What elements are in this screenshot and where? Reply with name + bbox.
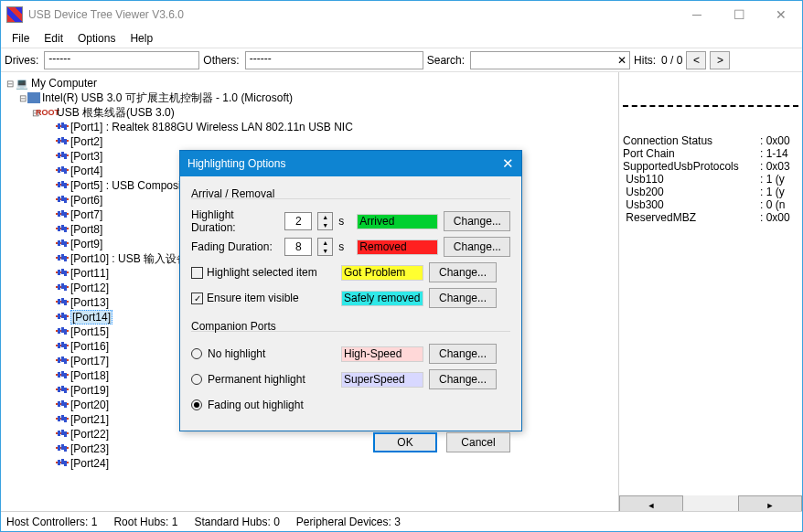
maximize-button[interactable]: ☐ [718, 1, 760, 28]
menu-bar: File Edit Options Help [1, 28, 802, 48]
usb-port-icon [56, 326, 69, 337]
ok-button[interactable]: OK [373, 432, 437, 452]
tree-port[interactable]: [Port18] [70, 369, 109, 382]
clear-search-icon[interactable]: ✕ [617, 54, 626, 67]
tree-port[interactable]: [Port11] [70, 267, 109, 280]
usb-port-icon [56, 253, 69, 264]
computer-icon [15, 77, 29, 90]
dialog-close-icon[interactable]: ✕ [502, 155, 514, 172]
drives-combo[interactable]: ------ [44, 51, 199, 69]
usb-port-icon [56, 385, 69, 396]
usb-port-icon [56, 341, 69, 352]
menu-help[interactable]: Help [123, 30, 160, 47]
fading-duration-input[interactable] [284, 238, 312, 256]
tree-port[interactable]: [Port17] [70, 355, 109, 367]
hits-label: Hits: [634, 54, 658, 67]
tree-port[interactable]: [Port12] [70, 282, 109, 294]
tree-port[interactable]: [Port9] [70, 238, 102, 250]
usb-port-icon [56, 136, 69, 147]
tree-port[interactable]: [Port2] [70, 135, 102, 148]
controller-icon [27, 92, 40, 103]
window-title: USB Device Tree Viewer V3.6.0 [28, 8, 676, 21]
menu-options[interactable]: Options [70, 30, 123, 47]
highlight-selected-checkbox[interactable]: Highlight selected item [191, 266, 328, 279]
swatch-superspeed: SuperSpeed [341, 372, 423, 388]
tree-port[interactable]: [Port22] [70, 428, 109, 441]
highlight-duration-input[interactable] [284, 212, 312, 230]
app-icon [6, 6, 23, 23]
tree-root[interactable]: My Computer [31, 77, 97, 90]
change-highspeed-button[interactable]: Change... [429, 344, 497, 364]
tree-controller[interactable]: Intel(R) USB 3.0 可扩展主机控制器 - 1.0 (Microso… [42, 90, 293, 106]
usb-port-icon [56, 122, 69, 133]
usb-port-icon [56, 356, 69, 367]
radio-permanent-highlight[interactable]: Permanent highlight [191, 373, 328, 386]
usb-port-icon [56, 268, 69, 279]
status-peripheral-devices: Peripheral Devices: 3 [296, 516, 401, 528]
tree-port[interactable]: [Port19] [70, 384, 109, 397]
drives-label: Drives: [5, 54, 40, 67]
fading-duration-spinner[interactable]: ▲▼ [317, 238, 333, 256]
dialog-title: Highlighting Options [187, 157, 285, 170]
search-input[interactable]: ✕ [470, 51, 630, 69]
swatch-high-speed: High-Speed [341, 346, 423, 362]
change-arrived-button[interactable]: Change... [444, 211, 510, 231]
ensure-visible-checkbox[interactable]: ✓Ensure item visible [191, 292, 328, 304]
usb-port-icon [56, 458, 69, 469]
collapse-icon[interactable]: ⊟ [5, 79, 15, 89]
tree-port[interactable]: [Port7] [70, 208, 102, 221]
highlight-duration-spinner[interactable]: ▲▼ [317, 212, 333, 230]
tree-port[interactable]: [Port1] : Realtek 8188GU Wireless LAN 80… [70, 121, 353, 133]
swatch-safely-removed: Safely removed [341, 291, 423, 306]
title-bar: USB Device Tree Viewer V3.6.0 ─ ☐ ✕ [1, 1, 802, 28]
tree-port[interactable]: [Port10] : USB 输入设备 [70, 251, 187, 267]
details-panel: Connection Status: 0x00Port Chain: 1-14S… [619, 72, 802, 511]
tree-port[interactable]: [Port20] [70, 399, 109, 411]
toolbar: Drives: ------ Others: ------ Search: ✕ … [1, 48, 802, 72]
usb-port-icon [56, 165, 69, 176]
status-bar: Host Controllers: 1 Root Hubs: 1 Standar… [1, 511, 802, 531]
menu-file[interactable]: File [5, 30, 37, 47]
tree-port[interactable]: [Port6] [70, 194, 102, 207]
highlighting-options-dialog: Highlighting Options ✕ Arrival / Removal… [179, 150, 522, 431]
collapse-icon[interactable]: ⊟ [17, 93, 27, 103]
fading-duration-label: Fading Duration: [191, 240, 279, 253]
tree-port[interactable]: [Port4] [70, 165, 102, 177]
tree-port[interactable]: [Port16] [70, 340, 109, 353]
swatch-problem: Got Problem [341, 265, 423, 281]
radio-fading-highlight[interactable]: Fading out highlight [191, 399, 328, 411]
change-safe-button[interactable]: Change... [429, 288, 497, 308]
tree-port[interactable]: [Port23] [70, 442, 109, 455]
change-problem-button[interactable]: Change... [429, 262, 497, 282]
cancel-button[interactable]: Cancel [446, 432, 510, 452]
highlight-duration-label: Highlight Duration: [191, 208, 279, 234]
status-host-controllers: Host Controllers: 1 [6, 516, 97, 528]
status-standard-hubs: Standard Hubs: 0 [194, 516, 279, 528]
usb-port-icon [56, 297, 69, 308]
tree-roothub[interactable]: USB 根集线器(USB 3.0) [57, 105, 175, 121]
change-removed-button[interactable]: Change... [444, 237, 510, 257]
others-combo[interactable]: ------ [245, 51, 423, 69]
tree-port[interactable]: [Port21] [70, 413, 109, 426]
dialog-titlebar[interactable]: Highlighting Options ✕ [180, 151, 521, 176]
minimize-button[interactable]: ─ [676, 1, 718, 28]
radio-no-highlight[interactable]: No highlight [191, 347, 328, 360]
usb-port-icon [56, 195, 69, 206]
tree-port[interactable]: [Port13] [70, 296, 109, 309]
next-hit-button[interactable]: > [710, 51, 730, 69]
horizontal-scrollbar[interactable]: ◄► [619, 495, 802, 511]
tree-port[interactable]: [Port14] [70, 310, 112, 325]
menu-edit[interactable]: Edit [37, 30, 70, 47]
tree-port[interactable]: [Port15] [70, 325, 109, 338]
change-superspeed-button[interactable]: Change... [429, 369, 497, 389]
usb-port-icon [56, 224, 69, 235]
hits-value: 0 / 0 [661, 54, 682, 67]
search-label: Search: [427, 54, 466, 67]
usb-port-icon [56, 312, 69, 323]
tree-port[interactable]: [Port24] [70, 457, 109, 470]
prev-hit-button[interactable]: < [686, 51, 706, 69]
tree-port[interactable]: [Port3] [70, 150, 102, 163]
usb-port-icon [56, 370, 69, 381]
close-button[interactable]: ✕ [760, 1, 802, 28]
tree-port[interactable]: [Port8] [70, 223, 102, 236]
